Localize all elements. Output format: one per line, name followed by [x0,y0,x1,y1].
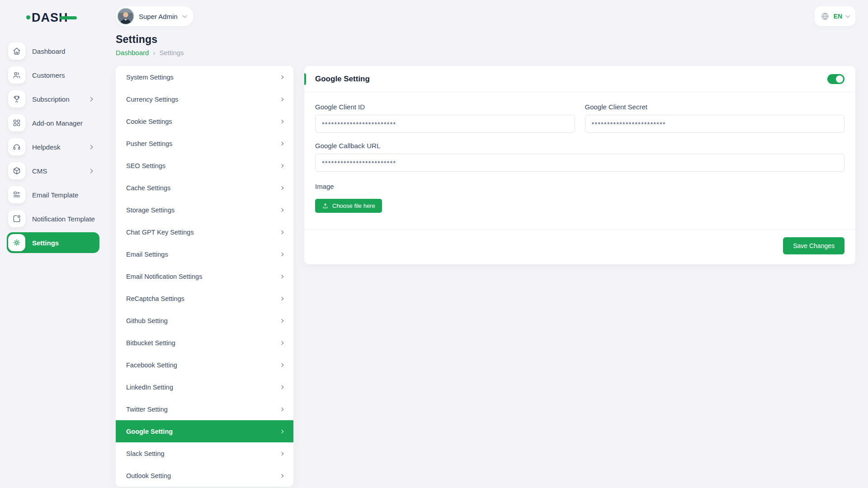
chevron-right-icon [280,119,283,123]
settings-item-currency[interactable]: Currency Settings [116,88,293,110]
client-id-label: Google Client ID [315,103,575,111]
sidebar-item-addon-manager[interactable]: Add-on Manager [7,113,99,133]
sidebar-item-helpdesk[interactable]: Helpdesk [7,136,99,157]
settings-item-label: Email Settings [126,251,168,258]
settings-item-slack[interactable]: Slack Setting [116,442,293,465]
settings-item-github[interactable]: Github Setting [116,310,293,332]
sidebar-item-subscription[interactable]: Subscription [7,89,99,109]
google-setting-panel: Google Setting Google Client ID Google C… [304,66,855,264]
breadcrumb-dashboard-link[interactable]: Dashboard [116,49,149,56]
google-setting-toggle[interactable] [827,74,844,84]
settings-item-label: Chat GPT Key Settings [126,229,194,236]
template-icon [8,186,25,203]
sidebar-item-cms[interactable]: CMS [7,160,99,181]
user-name: Super Admin [139,13,178,20]
chevron-right-icon [280,451,283,455]
sidebar-item-label: Notification Template [32,215,95,223]
settings-item-linkedin[interactable]: LinkedIn Setting [116,376,293,398]
settings-item-email[interactable]: Email Settings [116,243,293,265]
settings-item-label: LinkedIn Setting [126,384,173,391]
panel-title: Google Setting [315,75,370,84]
settings-item-label: Google Setting [126,428,173,435]
sidebar-item-label: Email Template [32,191,78,199]
client-secret-input[interactable] [585,115,845,133]
settings-item-email-notification[interactable]: Email Notification Settings [116,265,293,287]
settings-item-label: Bitbucket Setting [126,339,175,347]
settings-item-label: Slack Setting [126,450,165,457]
chevron-right-icon [280,75,283,79]
client-secret-label: Google Client Secret [585,103,845,111]
settings-item-cache[interactable]: Cache Settings [116,177,293,199]
chevron-right-icon [280,252,283,256]
chevron-right-icon [280,208,283,211]
callback-url-input[interactable] [315,154,844,172]
chevron-right-icon [89,145,93,149]
chevron-right-icon [280,296,283,300]
settings-item-twitter[interactable]: Twitter Setting [116,398,293,420]
sidebar-item-label: CMS [32,167,47,175]
settings-nav-card: System Settings Currency Settings Cookie… [116,66,293,487]
callback-url-label: Google Callback URL [315,142,844,150]
upload-icon [322,202,329,209]
language-selector[interactable]: EN [815,6,855,26]
settings-item-storage[interactable]: Storage Settings [116,199,293,221]
choose-file-button[interactable]: Choose file here [315,199,382,213]
choose-file-label: Choose file here [332,202,375,209]
settings-item-pusher[interactable]: Pusher Settings [116,132,293,155]
settings-item-cookie[interactable]: Cookie Settings [116,110,293,132]
settings-item-chatgpt-key[interactable]: Chat GPT Key Settings [116,221,293,243]
settings-nav-list: System Settings Currency Settings Cookie… [116,66,293,487]
dash-logo-icon: DASH [26,9,77,24]
sidebar-item-label: Subscription [32,95,70,103]
gear-icon [8,234,25,251]
notification-template-icon [8,210,25,227]
sidebar-item-label: Helpdesk [32,143,61,151]
chevron-right-icon [280,363,283,366]
chevron-right-icon [89,169,93,173]
settings-item-label: Twitter Setting [126,406,168,413]
sidebar-nav: Dashboard Customers Subscription Add-on … [0,37,105,253]
cube-icon [8,162,25,179]
avatar [118,9,133,24]
sidebar-item-dashboard[interactable]: Dashboard [7,41,99,61]
settings-item-outlook[interactable]: Outlook Setting [116,465,293,487]
chevron-right-icon [280,429,283,433]
language-code: EN [834,13,842,20]
settings-item-recaptcha[interactable]: ReCaptcha Settings [116,287,293,310]
settings-item-bitbucket[interactable]: Bitbucket Setting [116,332,293,354]
breadcrumb-separator: › [153,49,155,56]
chevron-right-icon [280,341,283,344]
client-id-input[interactable] [315,115,575,133]
settings-item-label: SEO Settings [126,162,165,169]
user-menu[interactable]: Super Admin [116,6,193,26]
settings-item-label: Cookie Settings [126,118,172,125]
settings-item-label: System Settings [126,74,174,81]
chevron-right-icon [89,97,93,101]
toggle-knob [836,75,843,83]
sidebar-item-email-template[interactable]: Email Template [7,184,99,205]
chevron-down-icon [846,14,850,18]
settings-item-label: Currency Settings [126,96,178,103]
image-label: Image [315,183,844,190]
sidebar-item-label: Customers [32,71,65,79]
apps-grid-icon [8,114,25,131]
globe-icon [821,12,830,21]
sidebar-item-settings[interactable]: Settings [7,232,99,253]
save-changes-button[interactable]: Save Changes [783,237,844,254]
sidebar-item-label: Settings [32,239,59,247]
brand-logo[interactable]: DASH [0,0,105,37]
chevron-right-icon [280,141,283,145]
panel-footer: Save Changes [304,229,855,264]
settings-item-google[interactable]: Google Setting [116,420,293,442]
sidebar-item-notification-template[interactable]: Notification Template [7,208,99,229]
settings-item-facebook[interactable]: Facebook Setting [116,354,293,376]
settings-item-label: Facebook Setting [126,361,177,369]
settings-item-system[interactable]: System Settings [116,66,293,88]
panel-header: Google Setting [304,66,855,92]
sidebar-item-customers[interactable]: Customers [7,65,99,85]
settings-item-label: Outlook Setting [126,472,171,479]
settings-item-seo[interactable]: SEO Settings [116,155,293,177]
chevron-right-icon [280,474,283,477]
chevron-down-icon [182,14,187,18]
settings-item-label: ReCaptcha Settings [126,295,184,302]
